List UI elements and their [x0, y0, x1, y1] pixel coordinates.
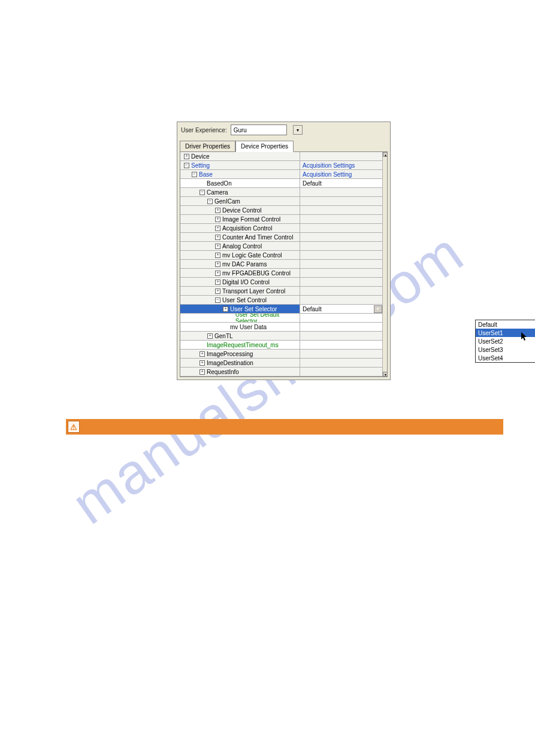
expand-icon[interactable]: + — [215, 208, 220, 213]
collapse-icon[interactable]: − — [192, 172, 197, 177]
tree-row[interactable]: +Device — [180, 152, 382, 161]
dropdown-option[interactable]: UserSet3 — [476, 345, 535, 354]
scroll-down-button[interactable]: ▾ — [383, 372, 388, 377]
tree-row-label: Digital I/O Control — [222, 279, 270, 286]
expand-icon[interactable]: + — [215, 271, 220, 276]
tree-row-label: mv DAC Params — [222, 261, 267, 268]
tree-row-label: User Set Default Selector — [235, 314, 300, 322]
tree-row-value: Acquisition Setting — [303, 171, 352, 178]
expand-icon[interactable]: + — [184, 154, 189, 159]
tree-row[interactable]: User Set Default Selector — [180, 314, 382, 323]
tree-row[interactable]: BasedOnDefault — [180, 179, 382, 188]
chevron-down-icon[interactable]: ▾ — [293, 125, 303, 135]
tree-row-label: ImageRequestTimeout_ms — [207, 342, 279, 348]
tree-row-label: BasedOn — [207, 180, 232, 187]
tree-row-label: Image Format Control — [222, 216, 280, 223]
tree-row-label: GenTL — [214, 333, 233, 339]
tree-row[interactable]: +mv DAC Params — [180, 260, 382, 269]
property-grid: +Device−SettingAcquisition Settings−Base… — [180, 151, 388, 377]
dropdown-option[interactable]: UserSet4 — [476, 354, 535, 362]
expand-icon[interactable]: + — [215, 235, 220, 240]
collapse-icon[interactable]: − — [215, 297, 220, 303]
tree-row-label: User Set Selector — [230, 306, 277, 312]
tree-row[interactable]: +Image Format Control — [180, 215, 382, 224]
user-experience-label: User Experience: — [181, 127, 227, 133]
expand-icon[interactable]: + — [200, 360, 205, 366]
tree-row-label: User Set Control — [222, 297, 267, 303]
tree-row[interactable]: +RequestInfo — [180, 368, 382, 377]
tree-row-label: ImageDestination — [207, 360, 253, 366]
tree-row-label: Camera — [207, 189, 228, 196]
tree-row[interactable]: +mv FPGADEBUG Control — [180, 269, 382, 278]
tree-row-value: Acquisition Settings — [303, 162, 355, 169]
tree-column: +Device−SettingAcquisition Settings−Base… — [180, 152, 382, 377]
tree-row[interactable]: −User Set Control — [180, 296, 382, 305]
expand-icon[interactable]: + — [200, 369, 205, 375]
tree-row[interactable]: +Digital I/O Control — [180, 278, 382, 287]
tree-row[interactable]: +GenTL — [180, 332, 382, 341]
tree-row[interactable]: −Camera — [180, 188, 382, 197]
property-panel: User Experience: Guru ▾ Driver Propertie… — [177, 122, 391, 380]
expand-icon[interactable]: + — [215, 244, 220, 249]
scroll-up-button[interactable]: ▴ — [383, 152, 388, 157]
expand-icon[interactable]: + — [207, 333, 213, 339]
tree-row[interactable]: mv User Data — [180, 323, 382, 332]
tree-row[interactable]: −BaseAcquisition Setting — [180, 170, 382, 179]
tree-row[interactable]: +User Set SelectorDefault▾ — [180, 305, 382, 314]
chevron-down-icon[interactable]: ▾ — [374, 305, 382, 313]
tree-row-label: GenICam — [214, 198, 240, 205]
tree-row[interactable]: +Analog Control — [180, 242, 382, 251]
tree-row-label: RequestInfo — [207, 369, 239, 375]
tree-row-label: Setting — [191, 162, 210, 169]
tab-driver-properties[interactable]: Driver Properties — [180, 141, 235, 152]
tree-row-label: Transport Layer Control — [222, 288, 285, 294]
scrollbar[interactable]: ▴ ▾ — [382, 152, 387, 377]
tree-row-value: Default — [303, 180, 322, 187]
tree-row-label: mv FPGADEBUG Control — [222, 270, 291, 277]
expand-icon[interactable]: + — [215, 217, 220, 222]
user-experience-value: Guru — [234, 127, 284, 133]
tree-row[interactable]: +Counter And Timer Control — [180, 233, 382, 242]
tab-device-properties[interactable]: Device Properties — [235, 141, 294, 152]
warning-bar: ⚠ — [66, 419, 503, 435]
collapse-icon[interactable]: − — [184, 163, 189, 168]
tree-row[interactable]: +Acquisition Control — [180, 224, 382, 233]
tree-row-label: Device Control — [222, 207, 262, 214]
collapse-icon[interactable]: − — [200, 190, 205, 195]
expand-icon[interactable]: + — [215, 262, 220, 267]
expand-icon[interactable]: + — [200, 351, 205, 357]
tree-row-label: mv Logic Gate Control — [222, 252, 282, 259]
collapse-icon[interactable]: − — [207, 199, 213, 204]
user-experience-row: User Experience: Guru ▾ — [177, 122, 390, 138]
dropdown-option[interactable]: Default — [476, 320, 535, 329]
tree-row-label: Device — [191, 153, 210, 160]
tree-row[interactable]: ImageRequestTimeout_ms — [180, 341, 382, 350]
expand-icon[interactable]: + — [215, 226, 220, 231]
tree-row[interactable]: +ImageDestination — [180, 359, 382, 368]
tree-row-label: Analog Control — [222, 243, 262, 250]
tree-row[interactable]: +ImageProcessing — [180, 350, 382, 359]
warning-icon: ⚠ — [68, 421, 80, 433]
cursor-icon — [521, 332, 528, 344]
tree-row-label: Acquisition Control — [222, 225, 272, 232]
tree-row[interactable]: +mv Logic Gate Control — [180, 251, 382, 260]
tree-row-label: mv User Data — [230, 324, 267, 330]
user-experience-select[interactable]: Guru — [231, 125, 287, 135]
expand-icon[interactable]: + — [223, 306, 228, 312]
tree-row[interactable]: +Device Control — [180, 206, 382, 215]
tree-row-label: Counter And Timer Control — [222, 234, 293, 241]
tabs-row: Driver Properties Device Properties — [177, 138, 390, 151]
tree-row-label: Base — [199, 171, 213, 178]
expand-icon[interactable]: + — [215, 253, 220, 258]
tree-row[interactable]: −SettingAcquisition Settings — [180, 161, 382, 170]
expand-icon[interactable]: + — [215, 280, 220, 285]
tree-row[interactable]: −GenICam — [180, 197, 382, 206]
tree-row-label: ImageProcessing — [207, 351, 253, 357]
expand-icon[interactable]: + — [215, 289, 220, 294]
tree-row[interactable]: +Transport Layer Control — [180, 287, 382, 296]
tree-row-value: Default — [303, 306, 322, 312]
